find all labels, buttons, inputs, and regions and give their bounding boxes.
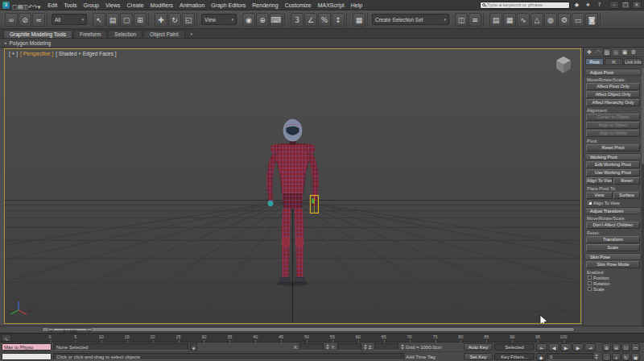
zoom-region-icon[interactable]: ▭ bbox=[631, 343, 640, 351]
ribbon-tab-graphite-modeling-tools[interactable]: Graphite Modeling Tools bbox=[3, 30, 72, 38]
bind-to-space-warp-icon[interactable]: ≈ bbox=[32, 13, 45, 27]
render-setup-icon[interactable]: ⚙ bbox=[558, 13, 571, 27]
play-button[interactable]: ▶ bbox=[560, 343, 572, 351]
key-filters-button[interactable]: Key Filters... bbox=[494, 353, 535, 360]
select-and-move-icon[interactable]: ✚ bbox=[155, 13, 167, 27]
time-slider-track[interactable]: ◀ 0 / 100 ▶ bbox=[42, 327, 575, 332]
zoom-extents-icon[interactable]: ⊡ bbox=[621, 343, 630, 351]
reference-coordinate-dropdown[interactable]: View▾ bbox=[201, 14, 237, 25]
ribbon-toggle-icon[interactable]: ▦ bbox=[503, 13, 516, 27]
field-of-view-icon[interactable]: ◇ bbox=[602, 353, 611, 361]
selection-lock-icon[interactable]: ◈ bbox=[190, 343, 197, 351]
scale-checkbox[interactable] bbox=[588, 287, 592, 291]
dont-affect-children-button[interactable]: Don't Affect Children bbox=[586, 222, 640, 229]
minimize-button[interactable]: – bbox=[609, 1, 619, 9]
menu-rendering[interactable]: Rendering bbox=[252, 2, 278, 8]
rollout-header-skin-pose[interactable]: Skin Pose bbox=[584, 253, 642, 260]
reset-working-pivot-button[interactable]: Reset bbox=[613, 177, 640, 185]
select-and-link-icon[interactable]: ∞ bbox=[5, 13, 18, 27]
align-to-world-button[interactable]: Align to World bbox=[586, 130, 640, 137]
ribbon-tab-object-paint[interactable]: Object Paint bbox=[143, 30, 184, 38]
rendered-frame-window-icon[interactable]: ▭ bbox=[572, 13, 584, 27]
reset-pivot-button[interactable]: Reset Pivot bbox=[586, 144, 640, 151]
help-icon[interactable]: ? bbox=[595, 1, 604, 10]
material-editor-icon[interactable]: ◍ bbox=[544, 13, 557, 27]
next-frame-arrow-icon[interactable]: ▶ bbox=[86, 328, 93, 331]
rotation-checkbox[interactable] bbox=[588, 281, 592, 285]
viewport-shading-menu[interactable]: [ Shaded + Edged Faces ] bbox=[56, 51, 116, 56]
maximize-viewport-icon[interactable]: ▣ bbox=[631, 353, 640, 361]
orbit-icon[interactable]: ↻ bbox=[621, 353, 630, 361]
render-production-icon[interactable]: ◙ bbox=[585, 13, 598, 27]
x-spinner[interactable] bbox=[326, 344, 329, 350]
infocenter-icon[interactable]: ◆ bbox=[572, 1, 581, 10]
ribbon-minimize-icon[interactable]: ▾ bbox=[191, 31, 193, 36]
auto-key-button[interactable]: Auto Key bbox=[464, 343, 493, 351]
reset-transform-button[interactable]: Transform bbox=[586, 236, 640, 243]
scale-checkbox-row[interactable]: Scale bbox=[584, 286, 642, 292]
menu-views[interactable]: Views bbox=[105, 2, 121, 8]
snaps-toggle-3d-icon[interactable]: 3 bbox=[291, 13, 303, 27]
selection-filter-dropdown[interactable]: All▾ bbox=[52, 14, 87, 25]
animate-selection-dropdown[interactable]: Selected bbox=[494, 343, 535, 351]
align-to-object-button[interactable]: Align to Object bbox=[586, 122, 640, 129]
key-mode-toggle[interactable]: ◆ bbox=[536, 353, 546, 361]
select-and-rotate-icon[interactable]: ↻ bbox=[168, 13, 181, 27]
menu-tools[interactable]: Tools bbox=[64, 2, 76, 8]
menu-modifiers[interactable]: Modifiers bbox=[151, 2, 173, 8]
zoom-all-icon[interactable]: ⊞ bbox=[612, 343, 621, 351]
ribbon-tab-freeform[interactable]: Freeform bbox=[73, 30, 107, 38]
rotation-checkbox-row[interactable]: Rotation bbox=[584, 280, 642, 286]
align-to-view-checkbox-row[interactable]: Align To View bbox=[584, 200, 642, 205]
place-pivot-surface-button[interactable]: Surface bbox=[613, 192, 640, 199]
align-to-view-button[interactable]: Align To View bbox=[586, 177, 613, 185]
rollout-header-working-pivot[interactable]: Working Pivot bbox=[584, 153, 642, 160]
display-tab-icon[interactable]: ▣ bbox=[621, 48, 629, 56]
menu-animation[interactable]: Animation bbox=[180, 2, 204, 8]
maxscript-mini-listener-script[interactable] bbox=[2, 353, 52, 360]
hierarchy-tab-icon[interactable]: ⊞ bbox=[603, 48, 611, 56]
subtab-link-info[interactable]: Link Info bbox=[624, 58, 642, 65]
affect-pivot-only-button[interactable]: Affect Pivot Only bbox=[586, 83, 640, 90]
named-selection-sets-dropdown[interactable]: Create Selection Set▾ bbox=[372, 14, 449, 25]
menu-create[interactable]: Create bbox=[127, 2, 144, 8]
subtab-pivot[interactable]: Pivot bbox=[585, 58, 604, 65]
next-frame-button[interactable]: ▶ bbox=[572, 343, 584, 351]
set-key-button[interactable]: Set Key bbox=[464, 353, 493, 360]
unlink-selection-icon[interactable]: ⊘ bbox=[19, 13, 31, 27]
z-spinner[interactable] bbox=[401, 344, 404, 350]
select-and-manipulate-icon[interactable]: ⊕ bbox=[256, 13, 269, 27]
rollout-header-adjust-pivot[interactable]: Adjust Pivot bbox=[584, 68, 642, 76]
motion-tab-icon[interactable]: ◎ bbox=[612, 48, 620, 56]
mini-curve-editor-button[interactable]: ∿ bbox=[2, 334, 11, 342]
previous-frame-button[interactable]: ◀ bbox=[548, 343, 559, 351]
application-menu-button[interactable]: 3 bbox=[2, 2, 10, 9]
go-to-start-button[interactable]: ⇤ bbox=[536, 343, 547, 351]
modify-tab-icon[interactable]: ◠ bbox=[594, 48, 602, 56]
place-pivot-view-button[interactable]: View bbox=[586, 192, 613, 199]
y-spinner[interactable] bbox=[364, 344, 367, 350]
menu-help[interactable]: Help bbox=[351, 2, 362, 8]
utilities-tab-icon[interactable]: ⚙ bbox=[630, 48, 638, 56]
x-coord-field[interactable] bbox=[299, 343, 324, 351]
window-crossing-icon[interactable]: ⊞ bbox=[134, 13, 147, 27]
subtab-ik[interactable]: IK bbox=[605, 58, 623, 65]
percent-snap-icon[interactable]: % bbox=[318, 13, 331, 27]
align-to-view-checkbox[interactable] bbox=[588, 201, 592, 205]
pan-icon[interactable]: + bbox=[612, 353, 621, 361]
center-to-object-button[interactable]: Center to Object bbox=[586, 114, 640, 121]
current-frame-field[interactable]: 0 bbox=[547, 353, 593, 360]
time-slider-handle[interactable]: ◀ 0 / 100 ▶ bbox=[47, 328, 93, 331]
search-input[interactable] bbox=[487, 2, 568, 7]
rectangular-selection-region-icon[interactable]: ▢ bbox=[120, 13, 133, 27]
search-box[interactable] bbox=[480, 2, 570, 9]
go-to-end-button[interactable]: ⇥ bbox=[584, 343, 596, 351]
angle-snap-icon[interactable]: ∠ bbox=[304, 13, 317, 27]
edit-named-selection-sets-icon[interactable]: ▦ bbox=[353, 13, 365, 27]
viewport-perspective[interactable]: [ + ] [ Perspective ] [ Shaded + Edged F… bbox=[4, 48, 581, 324]
layer-manager-icon[interactable]: ▤ bbox=[489, 13, 502, 27]
position-checkbox[interactable] bbox=[588, 276, 592, 280]
menu-maxscript[interactable]: MAXScript bbox=[318, 2, 345, 8]
ribbon-panel-strip[interactable]: ▸ Polygon Modeling bbox=[0, 39, 644, 48]
menu-group[interactable]: Group bbox=[84, 2, 99, 8]
